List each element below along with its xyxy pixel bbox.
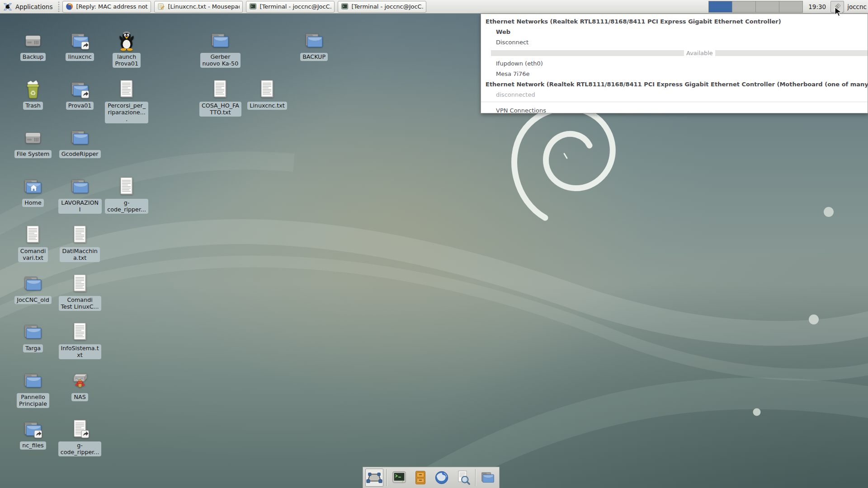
desktop-icon-linuxcnc[interactable]: linuxcnc bbox=[57, 30, 103, 61]
desktop-icon-label: Comandi Test LinuxC... bbox=[59, 296, 101, 311]
desktop-icon-comandi-test-linuxc[interactable]: Comandi Test LinuxC... bbox=[57, 273, 103, 311]
menu-item-ifupdown-eth0[interactable]: Ifupdown (eth0) bbox=[481, 58, 868, 69]
terminal-icon bbox=[341, 3, 349, 10]
dock-web-browser-button[interactable] bbox=[433, 469, 451, 487]
dock-terminal-launcher-button[interactable] bbox=[390, 469, 408, 487]
text-file-icon bbox=[209, 79, 231, 100]
desktop-icon-comandi-vari-txt[interactable]: Comandi vari.txt bbox=[10, 224, 56, 262]
desktop-icon-nc-files[interactable]: nc_files bbox=[10, 418, 56, 450]
folder-icon bbox=[209, 30, 231, 52]
panel-right-cluster: 19:30 joccnc bbox=[708, 0, 868, 13]
task-button-4[interactable]: [Terminal - joccnc@JocC... bbox=[338, 1, 426, 13]
desktop-icon-launch-prova01[interactable]: launch Prova01 bbox=[104, 30, 149, 68]
workspace-1[interactable] bbox=[709, 1, 732, 12]
desktop-icon-lavorazioni[interactable]: LAVORAZIONI bbox=[57, 176, 103, 214]
desktop-icon-nas[interactable]: NAS bbox=[57, 370, 103, 401]
desktop-icon-backup[interactable]: Backup bbox=[10, 30, 56, 61]
panel-handle[interactable] bbox=[57, 1, 60, 12]
desktop-icon-trash[interactable]: ♻Trash bbox=[10, 79, 56, 110]
desktop-icon-g-code-ripper[interactable]: g- code_ripper... bbox=[104, 176, 149, 214]
workspace-pager bbox=[708, 1, 803, 13]
search-icon bbox=[455, 469, 471, 486]
terminal-launcher-icon bbox=[391, 469, 407, 486]
desktop-icon-prova01[interactable]: Prova01 bbox=[57, 79, 103, 110]
dock-file-cabinet-button[interactable] bbox=[411, 469, 429, 487]
nas-icon bbox=[69, 370, 91, 392]
folder-home-icon bbox=[22, 176, 44, 197]
task-button-label: [Reply: MAC address not... bbox=[76, 3, 148, 10]
desktop-icon-label: File System bbox=[14, 150, 52, 158]
folder-icon bbox=[22, 370, 44, 392]
mouse-cursor bbox=[834, 7, 843, 18]
desktop-icon-gerber-nuovo-ka-50[interactable]: Gerber nuovo Ka-50 bbox=[198, 30, 243, 68]
svg-text:♻: ♻ bbox=[30, 89, 36, 97]
desktop-icon-label: Gerber nuovo Ka-50 bbox=[200, 53, 241, 68]
desktop-icon-datimacchin-a-txt[interactable]: DatiMacchin a.txt bbox=[57, 224, 103, 262]
menu-item-mesa-7i76e[interactable]: Mesa 7i76e bbox=[481, 69, 868, 79]
menu-available-separator: Available bbox=[491, 47, 868, 58]
workspace-4[interactable] bbox=[779, 1, 802, 12]
text-file-icon bbox=[22, 224, 44, 246]
desktop-icon-linuxcnc-txt[interactable]: Linuxcnc.txt bbox=[245, 79, 290, 110]
folder-icon bbox=[69, 127, 91, 149]
desktop-icon-label: Linuxcnc.txt bbox=[247, 102, 287, 110]
applications-menu-button[interactable]: Applications bbox=[0, 0, 56, 13]
menu-separator bbox=[481, 102, 868, 105]
desktop-icon-joccnc-old[interactable]: JocCNC_old bbox=[10, 273, 56, 304]
text-file-link-icon bbox=[69, 418, 91, 440]
text-file-icon bbox=[256, 79, 278, 100]
folder-icon bbox=[22, 321, 44, 343]
desktop-icon-label: GcodeRipper bbox=[59, 150, 101, 158]
folder-icon bbox=[69, 176, 91, 197]
top-panel: Applications [Reply: MAC address not...[… bbox=[0, 0, 868, 14]
menu-item-disconnect[interactable]: Disconnect bbox=[481, 37, 868, 47]
menu-item-vpn-connections[interactable]: VPN Connections bbox=[481, 105, 868, 113]
dock bbox=[363, 467, 500, 488]
desktop-icon-label: JocCNC_old bbox=[14, 296, 51, 304]
desktop-icon-label: BACKUP bbox=[300, 53, 328, 61]
desktop-icon-pannello-principale[interactable]: Pannello Principale bbox=[10, 370, 56, 408]
text-file-icon bbox=[69, 321, 91, 343]
dock-separator bbox=[387, 469, 387, 486]
desktop-icon-gcoderipper[interactable]: GcodeRipper bbox=[57, 127, 103, 158]
task-button-3[interactable]: [Terminal - joccnc@JocC... bbox=[246, 1, 335, 13]
menu-header-ethernet-network-realtek-rtl8111-8168-84: Ethernet Network (Realtek RTL8111/8168/8… bbox=[481, 79, 868, 89]
trash-full-icon: ♻ bbox=[22, 79, 44, 100]
desktop-icon-label: InfoSistema.t xt bbox=[59, 344, 101, 359]
task-button-label: [Terminal - joccnc@JocC... bbox=[259, 3, 331, 10]
firefox-icon bbox=[66, 3, 73, 10]
desktop-icon-g-code-ripper[interactable]: g- code_ripper... bbox=[57, 418, 103, 456]
desktop-icon-percorsi-per-riparazione[interactable]: Percorsi_per_ riparazione.... bbox=[104, 79, 149, 124]
text-file-icon bbox=[116, 176, 137, 197]
desktop-icon-cosa-ho-fa-tto-txt[interactable]: COSA_HO_FA TTO.txt bbox=[198, 79, 243, 117]
clock[interactable]: 19:30 bbox=[808, 3, 826, 10]
workspace-2[interactable] bbox=[732, 1, 756, 12]
desktop-icon-backup[interactable]: BACKUP bbox=[292, 30, 337, 61]
desktop-icon-label: LAVORAZIONI bbox=[58, 199, 102, 214]
menu-item-web[interactable]: Web bbox=[481, 27, 868, 37]
workspace-3[interactable] bbox=[756, 1, 779, 12]
dock-search-button[interactable] bbox=[454, 469, 472, 487]
desktop-icon-label: Prova01 bbox=[66, 102, 94, 110]
desktop-icon-label: Percorsi_per_ riparazione.... bbox=[105, 102, 148, 124]
folder-launcher-icon bbox=[480, 469, 496, 486]
file-cabinet-icon bbox=[412, 469, 429, 486]
desktop-icon-label: linuxcnc bbox=[66, 53, 94, 61]
menu-header-ethernet-networks-realtek-rtl8111-8168-8: Ethernet Networks (Realtek RTL8111/8168/… bbox=[481, 16, 868, 27]
desktop-icon-label: COSA_HO_FA TTO.txt bbox=[199, 102, 241, 117]
task-button-1[interactable]: [Reply: MAC address not... bbox=[62, 1, 151, 13]
desktop-icon-targa[interactable]: Targa bbox=[10, 321, 56, 352]
dock-show-desktop-button[interactable] bbox=[365, 469, 383, 487]
task-button-2[interactable]: [Linuxcnc.txt - Mousepad] bbox=[154, 1, 243, 13]
taskbar: [Reply: MAC address not...[Linuxcnc.txt … bbox=[62, 1, 426, 13]
desktop-icon-home[interactable]: Home bbox=[10, 176, 56, 207]
dock-folder-launcher-button[interactable] bbox=[479, 469, 497, 487]
task-button-label: [Linuxcnc.txt - Mousepad] bbox=[168, 3, 240, 10]
desktop-icon-label: g- code_ripper... bbox=[105, 199, 148, 214]
text-file-icon bbox=[69, 273, 91, 295]
drive-icon bbox=[22, 127, 44, 149]
desktop-icon-infosistema-t-xt[interactable]: InfoSistema.t xt bbox=[57, 321, 103, 359]
desktop-icon-file-system[interactable]: File System bbox=[10, 127, 56, 158]
text-file-icon bbox=[116, 79, 137, 100]
desktop-icon-label: Comandi vari.txt bbox=[18, 247, 48, 262]
